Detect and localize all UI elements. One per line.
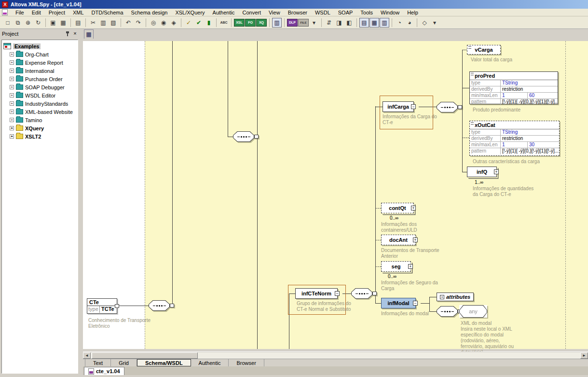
menu-browser[interactable]: Browser [284,9,311,16]
element-vcarga[interactable]: vCarga [467,45,501,55]
sequence-compositor[interactable] [437,306,458,317]
save-all-icon[interactable]: ▦ [58,18,68,28]
attributes-window-icon[interactable]: ▥ [380,18,389,28]
expand-icon[interactable]: + [10,118,14,122]
element-contqt[interactable]: contQt + [381,203,414,213]
expand-icon[interactable]: + [413,237,418,242]
element-docant[interactable]: docAnt + [381,235,416,245]
menu-view[interactable]: View [265,9,284,16]
tree-item-xslt2[interactable]: + XSLT2 [2,132,78,140]
pin-icon[interactable] [65,31,70,37]
expand-icon[interactable]: + [10,110,14,114]
expand-icon[interactable]: + [411,206,416,210]
expand-icon[interactable]: + [10,93,14,98]
expand-icon[interactable]: + [10,60,14,65]
tree-item-org-chart[interactable]: + Org-Chart [2,50,78,58]
menu-window[interactable]: Window [377,9,403,16]
tree-item-international[interactable]: + International [2,67,78,75]
menu-xml[interactable]: XML [69,9,88,16]
menu-xsl-xquery[interactable]: XSL/XQuery [171,9,208,16]
menu-wsdl[interactable]: WSDL [311,9,334,16]
save-icon[interactable]: ▣ [48,18,58,28]
document-tab-cte[interactable]: cte_v1.04 [84,367,124,375]
menu-soap[interactable]: SOAP [334,9,357,16]
fo-transform-icon[interactable]: FO [245,19,256,27]
assign-dtd-icon[interactable]: ▮ [204,18,214,28]
title-bar[interactable]: X Altova XMLSpy - [cte_v1.04] [0,0,588,9]
document-menu-icon[interactable] [2,9,8,15]
element-propred[interactable]: proPred type TString derivedBy restricti… [469,71,558,104]
redo-icon[interactable]: ↷ [134,18,143,28]
expand-icon[interactable]: + [10,69,14,73]
sequence-compositor[interactable] [149,300,170,311]
menu-file[interactable]: File [12,9,28,16]
toolbar-overflow-icon[interactable]: ▾ [309,18,319,28]
collapse-icon[interactable]: − [413,301,418,306]
expand-icon[interactable]: + [10,134,14,139]
sequence-compositor[interactable] [233,131,254,142]
dlp-icon[interactable]: DLP [287,19,298,27]
check-wellformed-icon[interactable]: ✓ [184,18,193,28]
paste-icon[interactable]: ▧ [109,18,118,28]
expand-icon[interactable]: + [440,295,444,299]
print-icon[interactable]: ▤ [73,18,83,28]
scrollbar-track[interactable] [91,352,580,359]
collapse-icon[interactable]: − [411,104,416,109]
menu-edit[interactable]: Edit [28,9,45,16]
xsl-transform-icon[interactable]: XSL [234,19,245,27]
find-in-files-icon[interactable]: ◉ [159,18,168,28]
spelling-icon[interactable]: ABC [219,18,229,28]
tree-item-xml-based-website[interactable]: + XML-based Website [2,108,78,116]
open-file-icon[interactable]: ⧉ [13,18,23,28]
menu-project[interactable]: Project [45,9,69,16]
element-infctenorm[interactable]: infCTeNorm − [295,288,338,299]
schema-window-icon[interactable]: ▤ [359,18,369,28]
expand-icon[interactable]: + [408,264,413,269]
element-xoutcat[interactable]: xOutCat type TString derivedBy restricti… [469,121,560,156]
connector-handle[interactable] [115,304,119,308]
sequence-compositor[interactable] [437,102,458,112]
menu-tools[interactable]: Tools [356,9,377,16]
collapse-icon[interactable]: − [335,291,340,296]
paste-view-icon[interactable]: ◧ [344,18,354,28]
tree-item-purchase-order[interactable]: + Purchase Order [2,75,78,83]
open-url-icon[interactable]: ⊕ [23,18,33,28]
tree-item-expense-report[interactable]: + Expense Report [2,58,78,67]
tree-item-examples[interactable]: Examples [2,42,78,50]
menu-schema-design[interactable]: Schema design [127,9,172,16]
overflow2-icon[interactable]: ▾ [430,18,439,28]
tree-item-soap-debugger[interactable]: + SOAP Debugger [2,83,78,91]
scroll-right-icon[interactable]: ► [580,352,588,359]
scroll-left-icon[interactable]: ◄ [83,352,91,359]
undo-icon[interactable]: ↶ [123,18,133,28]
reload-icon[interactable]: ↻ [33,18,43,28]
tab-authentic[interactable]: Authentic [191,359,229,366]
element-infcarga[interactable]: infCarga − [383,101,414,112]
expand-icon[interactable]: + [10,52,14,56]
expand-icon[interactable]: + [10,85,14,89]
horizontal-scrollbar[interactable]: ◄ ► [83,351,588,359]
new-document-icon[interactable]: □ [3,18,13,28]
element-cte[interactable]: CTe type TCTe [87,298,117,314]
close-icon[interactable]: × [72,31,78,37]
expand-icon[interactable]: + [10,101,14,106]
find-next-icon[interactable]: ◈ [169,18,178,28]
database-icon[interactable]: ◔ [395,18,404,28]
tree-item-tamino[interactable]: + Tamino [2,116,78,124]
copy-view-icon[interactable]: ◨ [334,18,344,28]
tree-item-xquery[interactable]: + XQuery [2,124,78,132]
menu-help[interactable]: Help [403,9,422,16]
copy-icon[interactable]: ▥ [98,18,108,28]
tree-item-wsdl-editor[interactable]: + WSDL Editor [2,91,78,99]
tab-browser[interactable]: Browser [229,359,264,366]
tree-item-industrystandards[interactable]: + IndustryStandards [2,99,78,108]
window-layout-icon[interactable]: ▥ [272,18,282,28]
element-seg[interactable]: seg + [381,261,411,272]
cut-icon[interactable]: ✂ [88,18,98,28]
expand-icon[interactable]: + [10,77,14,81]
tab-grid[interactable]: Grid [111,359,137,366]
user-icon[interactable]: ◕ [405,18,414,28]
scrollbar-thumb[interactable] [92,352,198,359]
expand-icon[interactable]: + [494,169,499,174]
settings-icon[interactable]: ◇ [420,18,429,28]
